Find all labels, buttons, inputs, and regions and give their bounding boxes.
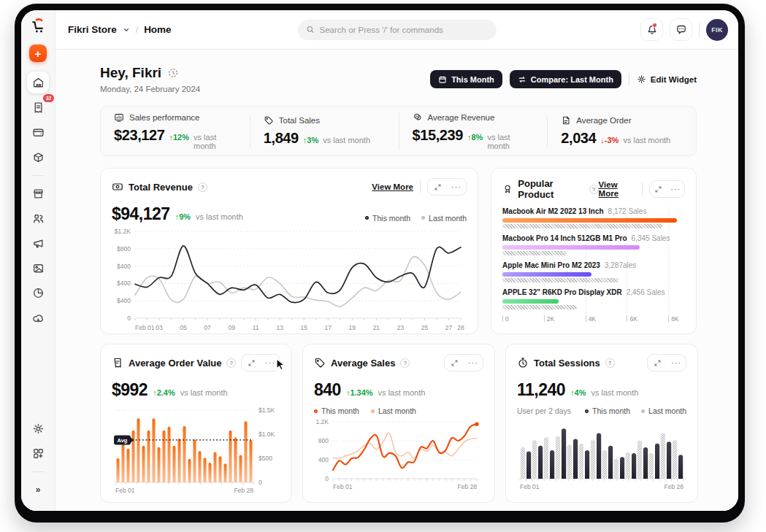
dashboard-content: Hey, Fikri Monday, 24 February 2024 This…: [55, 50, 738, 511]
notifications-button[interactable]: [640, 18, 663, 41]
add-button[interactable]: +: [29, 45, 47, 62]
search-bar[interactable]: [298, 20, 497, 40]
help-icon[interactable]: ?: [198, 182, 207, 192]
sidebar-item-orders[interactable]: 32: [27, 96, 49, 118]
receipt-icon: [112, 357, 123, 369]
main-area: Fikri Store / Home: [55, 10, 738, 511]
avatar[interactable]: FIK: [706, 19, 728, 41]
sales-performance-icon: [114, 112, 124, 123]
sidebar-item-analytics[interactable]: [27, 282, 49, 304]
sessions-value: 11,240: [517, 380, 565, 400]
sidebar-item-marketing[interactable]: [27, 232, 49, 254]
topbar-actions: FIK: [640, 18, 728, 41]
breadcrumb: Fikri Store / Home: [68, 24, 172, 35]
more-options-button[interactable]: ···: [261, 355, 280, 371]
store-switcher[interactable]: Fikri Store: [68, 24, 117, 35]
wallet-icon: [32, 126, 45, 139]
kpi-value: $15,239: [413, 127, 464, 144]
storefront-icon: [32, 188, 45, 200]
svg-text:0: 0: [258, 479, 262, 486]
chevron-down-icon[interactable]: [123, 26, 130, 34]
more-options-button[interactable]: ···: [464, 355, 483, 371]
svg-text:07: 07: [204, 324, 211, 331]
package-icon: [32, 151, 45, 163]
total-revenue-chart: $1.2K$800$400$400$4000Feb 01030507091113…: [112, 224, 467, 332]
revenue-legend: This month Last month: [365, 214, 467, 223]
sidebar-item-store[interactable]: [27, 182, 49, 204]
svg-text:400: 400: [318, 456, 329, 463]
svg-text:$500: $500: [258, 455, 272, 462]
help-icon[interactable]: ?: [400, 358, 410, 368]
sidebar-item-home[interactable]: [27, 72, 49, 93]
messages-button[interactable]: [670, 18, 692, 41]
sidebar-item-apps[interactable]: [27, 442, 49, 464]
sidebar-item-products[interactable]: [27, 146, 49, 168]
this-month-button[interactable]: This Month: [430, 70, 502, 88]
help-icon[interactable]: ?: [605, 358, 615, 368]
banknote-icon: [112, 181, 123, 193]
sidebar-bottom: »: [27, 417, 49, 504]
product-row[interactable]: Macbook Pro 14 Inch 512GB M1 Pro6,345 Sa…: [502, 234, 685, 255]
search-input[interactable]: [320, 26, 489, 34]
svg-text:Feb 01: Feb 01: [135, 324, 155, 331]
expand-button[interactable]: [445, 355, 464, 371]
more-options-button[interactable]: ···: [667, 355, 686, 371]
kpi-average-revenue: Average Revenue $15,239 ↑8% vs last mont…: [399, 112, 548, 150]
avg-sales-value: 840: [314, 380, 341, 400]
expand-button[interactable]: [242, 355, 261, 371]
sidebar-item-customers[interactable]: [27, 207, 49, 229]
card-title: Average Sales: [331, 358, 395, 369]
expand-button[interactable]: [648, 355, 667, 371]
sidebar-item-integrations[interactable]: [27, 307, 49, 328]
view-more-link[interactable]: View More: [372, 182, 413, 191]
this-month-bar: [502, 218, 677, 223]
kpi-delta: ↑12%: [169, 133, 190, 142]
sidebar-item-wallet[interactable]: [27, 121, 49, 143]
app-surface: + 32: [21, 10, 738, 511]
search-icon: [306, 25, 315, 34]
product-row[interactable]: Apple Mac Mini Pro M2 20233,287ales: [502, 261, 685, 282]
expand-button[interactable]: [650, 181, 667, 197]
collapse-icon: »: [36, 485, 41, 495]
average-sales-card: Average Sales ? ···: [302, 344, 495, 503]
help-icon[interactable]: ?: [226, 358, 236, 368]
help-icon[interactable]: ?: [589, 185, 599, 194]
breadcrumb-page[interactable]: Home: [144, 24, 172, 35]
svg-text:1.2K: 1.2K: [316, 418, 329, 425]
expand-button[interactable]: [428, 179, 447, 195]
product-row[interactable]: APPLE 32" R6KD Pro Display XDR2,456 Sale…: [502, 288, 685, 309]
popular-product-card: Popular Product ? View More: [491, 168, 697, 334]
header-actions: This Month Compare: Last Month Edit Widg…: [430, 70, 697, 88]
compare-button[interactable]: Compare: Last Month: [510, 70, 621, 88]
svg-text:Feb 01: Feb 01: [333, 483, 353, 490]
history-clock-icon[interactable]: [168, 68, 178, 78]
svg-text:$1.5K: $1.5K: [258, 406, 275, 414]
svg-text:15: 15: [301, 324, 308, 331]
card-actions: ···: [649, 180, 685, 198]
cloud-icon: [32, 312, 45, 324]
card-actions: ···: [444, 354, 483, 371]
product-row[interactable]: Macbook Air M2 2022 13 Inch8,172 Sales: [502, 207, 685, 228]
users-icon: [32, 212, 45, 225]
more-options-button[interactable]: ···: [447, 179, 466, 195]
header-divider: [629, 73, 629, 86]
card-actions: ···: [427, 178, 467, 196]
svg-text:$400: $400: [117, 280, 131, 287]
svg-text:28: 28: [457, 324, 464, 331]
view-more-link[interactable]: View More: [599, 180, 636, 198]
brand-logo-icon: [29, 17, 47, 35]
sidebar-item-settings[interactable]: [27, 417, 49, 439]
kpi-average-order: Average Order 2,034 ↓-3% vs last month: [547, 115, 696, 147]
more-options-button[interactable]: ···: [667, 181, 684, 197]
last-month-bar: [502, 224, 662, 228]
sidebar-collapse-button[interactable]: »: [27, 479, 49, 501]
sidebar-item-media[interactable]: [27, 257, 49, 279]
edit-widget-button[interactable]: Edit Widget: [637, 74, 697, 84]
svg-text:Avg: Avg: [118, 437, 128, 444]
last-month-bar: [502, 251, 567, 255]
svg-text:$400: $400: [117, 297, 131, 304]
greeting-block: Hey, Fikri Monday, 24 February 2024: [100, 65, 200, 93]
svg-text:23: 23: [397, 324, 405, 331]
topbar-divider: [699, 23, 700, 37]
popular-product-chart: Macbook Air M2 2022 13 Inch8,172 SalesMa…: [502, 207, 685, 324]
